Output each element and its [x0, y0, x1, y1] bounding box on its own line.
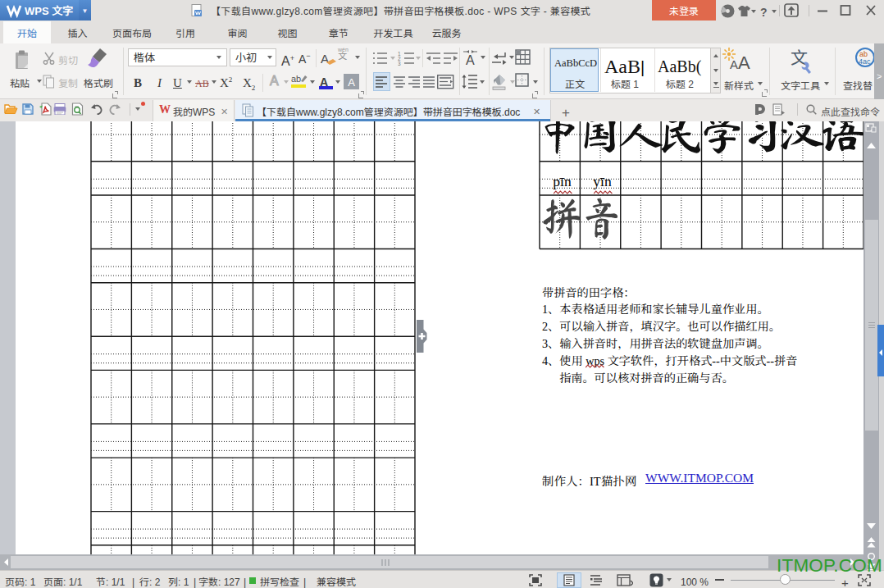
svg-text:4ac: 4ac: [859, 56, 871, 66]
svg-text:A: A: [270, 74, 279, 88]
svg-text:文: 文: [791, 46, 808, 69]
svg-text:A: A: [466, 53, 475, 67]
svg-text:A: A: [730, 57, 738, 71]
svg-text:A: A: [738, 52, 750, 72]
svg-text:ab: ab: [291, 73, 301, 84]
svg-text:3: 3: [398, 61, 401, 66]
